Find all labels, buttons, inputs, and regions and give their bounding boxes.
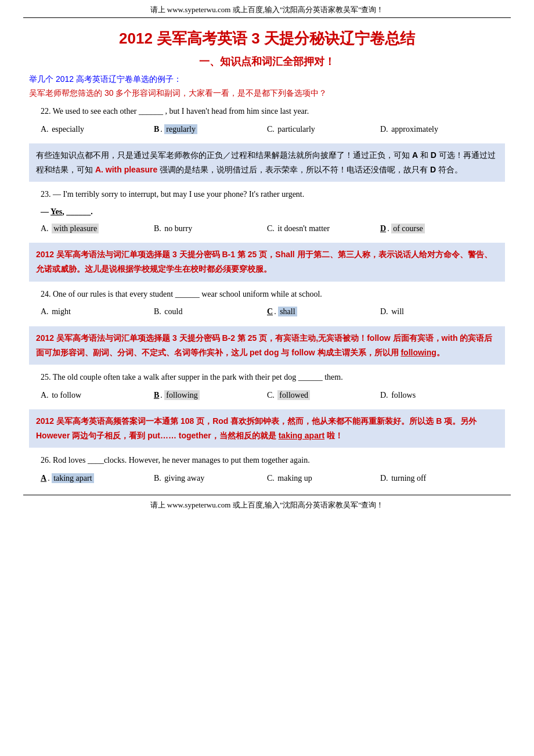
q26-a-dot: . [48, 474, 50, 483]
q22-a-text: especially [52, 125, 84, 134]
q22-option-d: D. approximately [380, 122, 493, 136]
q26-b-letter: B. [154, 474, 161, 483]
q22-c-text: particularly [277, 125, 315, 134]
top-bar: 请上 www.sypeterwu.com 或上百度,输入"沈阳高分英语家教吴军"… [23, 0, 511, 18]
question-23-text1: 23. — I'm terribly sorry to interrupt, b… [41, 188, 505, 201]
q26-b-text: giving away [164, 474, 204, 483]
explanation-4: 2012 吴军高考英语高频答案词一本通第 108 页，Rod 喜欢拆卸钟表，然而… [29, 409, 505, 448]
q26-option-c: C. making up [267, 471, 380, 485]
question-23-options: A. with pleasure B. no burry C. it doesn… [41, 221, 493, 236]
q26-option-b: B. giving away [154, 471, 267, 485]
question-22-text: 22. We used to see each other ______ , b… [41, 105, 505, 118]
q23-option-a: A. with pleasure [41, 221, 154, 236]
q22-option-c: C. particularly [267, 122, 380, 136]
q22-d-text: approximately [391, 125, 438, 134]
q24-b-letter: B. [154, 307, 161, 316]
q25-d-text: follows [391, 391, 416, 399]
q22-b-text: regularly [164, 124, 197, 134]
content-area: 举几个 2012 高考英语辽宁卷单选的例子： 吴军老师帮您筛选的 30 多个形容… [29, 74, 505, 485]
q24-option-b: B. could [154, 304, 267, 319]
question-26-text: 26. Rod loves ____clocks. However, he ne… [41, 453, 505, 467]
q25-c-letter: C. [267, 391, 275, 399]
question-24-options: A. might B. could C. shall D. will [41, 304, 493, 319]
page-title: 2012 吴军高考英语 3 天提分秘诀辽宁卷总结 [23, 28, 511, 49]
bottom-bar: 请上 www.sypeterwu.com 或上百度,输入"沈阳高分英语家教吴军"… [23, 495, 511, 515]
expl2-text: 2012 吴军高考语法与词汇单项选择题 3 天提分密码 B-1 第 25 页，S… [36, 250, 492, 273]
q25-option-a: A. to follow [41, 388, 154, 402]
q23-d-dot: . [387, 224, 389, 233]
intro-line-1: 举几个 2012 高考英语辽宁卷单选的例子： [29, 74, 505, 85]
expl1-text: 有些连知识点都不用，只是通过吴军老师教你的正负／过程和结果解题法就所向披靡了！通… [36, 150, 496, 174]
explanation-3: 2012 吴军高考语法与词汇单项选择题 3 天提分密码 B-2 第 25 页，有… [29, 326, 505, 365]
question-25-text: 25. The old couple often take a walk aft… [41, 370, 505, 384]
q26-option-d: D. turning off [380, 471, 493, 485]
q25-b-text: following [164, 390, 199, 400]
expl3-text: 2012 吴军高考语法与词汇单项选择题 3 天提分密码 B-2 第 25 页，有… [36, 333, 492, 357]
explanation-1: 有些连知识点都不用，只是通过吴军老师教你的正负／过程和结果解题法就所向披靡了！通… [29, 143, 505, 182]
q23-b-letter: B. [154, 224, 161, 233]
q26-c-letter: C. [267, 474, 275, 483]
q22-option-a: A. especially [41, 122, 154, 136]
q25-b-letter: B [154, 391, 159, 399]
section-one-title: 一、知识点和词汇全部押对！ [23, 55, 511, 69]
q23-c-letter: C. [267, 224, 275, 233]
q22-c-letter: C. [267, 125, 275, 134]
q23-a-text: with pleasure [52, 224, 99, 233]
question-25-options: A. to follow B. following C. followed D.… [41, 388, 493, 402]
q24-a-letter: A. [41, 307, 49, 316]
q25-option-d: D. follows [380, 388, 493, 402]
q26-a-text: taking apart [52, 473, 93, 483]
q22-b-dot: . [160, 125, 163, 134]
q24-c-letter: C [267, 307, 273, 316]
q24-d-letter: D. [380, 307, 388, 316]
question-24-text: 24. One of our rules is that every stude… [41, 287, 505, 301]
q23-option-d: D. of course [380, 221, 493, 236]
intro-line-2: 吴军老师帮您筛选的 30 多个形容词和副词，大家看一看，是不是都下列备选项中？ [29, 88, 505, 99]
q23-option-c: C. it doesn't matter [267, 221, 380, 236]
q24-b-text: could [164, 307, 182, 316]
q22-option-b: B. regularly [154, 122, 267, 136]
expl4-text: 2012 吴军高考英语高频答案词一本通第 108 页，Rod 喜欢拆卸钟表，然而… [36, 416, 477, 440]
q22-b-letter: B [154, 125, 159, 134]
q24-a-text: might [52, 307, 71, 316]
bottom-bar-text: 请上 www.sypeterwu.com 或上百度,输入"沈阳高分英语家教吴军"… [150, 501, 384, 509]
q23-b-text: no burry [164, 224, 192, 233]
q24-option-a: A. might [41, 304, 154, 319]
q24-d-text: will [391, 307, 404, 316]
q22-a-letter: A. [41, 125, 49, 134]
q24-c-text: shall [278, 307, 297, 316]
q26-d-text: turning off [391, 474, 426, 483]
top-bar-text: 请上 www.sypeterwu.com 或上百度,输入"沈阳高分英语家教吴军"… [150, 5, 384, 14]
q24-c-dot: . [274, 307, 276, 316]
q25-c-text: followed [277, 390, 310, 400]
q25-a-letter: A. [41, 391, 49, 399]
q23-d-letter: D [380, 224, 386, 233]
q22-d-letter: D. [380, 125, 388, 134]
question-23-text2: — Yes, ______. [41, 205, 493, 219]
q23-d-text: of course [391, 224, 425, 233]
q23-option-b: B. no burry [154, 221, 267, 236]
q25-option-c: C. followed [267, 388, 380, 402]
q26-d-letter: D. [380, 474, 388, 483]
question-26-options: A. taking apart B. giving away C. making… [41, 471, 493, 485]
q24-option-d: D. will [380, 304, 493, 319]
q26-c-text: making up [277, 474, 312, 483]
q23-c-text: it doesn't matter [277, 224, 330, 233]
question-22-options: A. especially B. regularly C. particular… [41, 122, 493, 136]
q23-a-letter: A. [41, 224, 49, 233]
q24-option-c: C. shall [267, 304, 380, 319]
q25-a-text: to follow [52, 391, 81, 399]
explanation-2: 2012 吴军高考语法与词汇单项选择题 3 天提分密码 B-1 第 25 页，S… [29, 243, 505, 281]
q26-a-letter: A [41, 474, 46, 483]
q25-option-b: B. following [154, 388, 267, 402]
q25-b-dot: . [160, 391, 163, 399]
q25-d-letter: D. [380, 391, 388, 399]
q26-option-a: A. taking apart [41, 471, 154, 485]
